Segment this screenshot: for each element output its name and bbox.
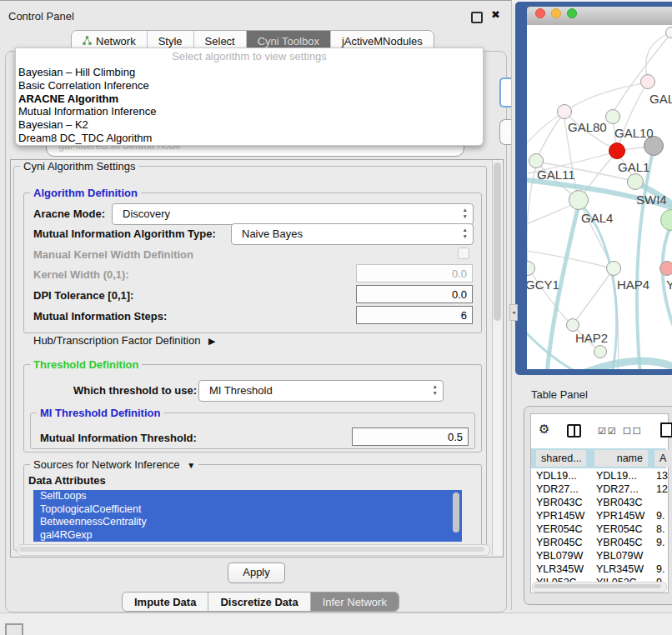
page-icon[interactable] [660,422,672,438]
table-row[interactable]: YLR345WYLR345W9. [531,563,666,577]
graph-node-hap2-node[interactable] [566,318,579,332]
dpi-tolerance-field[interactable]: 0.0 [356,285,473,303]
settings-hscrollbar-thumb[interactable] [19,547,484,552]
data-attributes-list[interactable]: SelfLoopsTopologicalCoefficientBetweenne… [33,490,462,542]
graph-node-label: Y [666,278,672,292]
graph-node-label: HAP2 [575,331,608,345]
column-header-shared[interactable]: shared... [536,450,586,467]
column-header-a[interactable]: A [654,450,672,467]
zoom-traffic-light-icon[interactable] [567,8,577,18]
dropdown-prompt: Select algorithm to view settings [16,50,483,62]
collapse-down-icon[interactable] [187,458,195,471]
table-hscrollbar-thumb[interactable] [534,584,661,588]
float-window-icon[interactable] [471,12,483,23]
apply-button[interactable]: Apply [228,562,285,583]
table-row[interactable]: YDR27...YDR27...12 [531,483,666,497]
unchecks-icon[interactable]: ☐☐ [623,426,643,437]
bottom-tab-impute-data[interactable]: Impute Data [123,592,208,611]
network-window-titlebar[interactable] [527,7,672,26]
close-traffic-light-icon[interactable] [535,8,545,18]
graph-node-hap4-node[interactable] [606,261,621,276]
table-row[interactable]: YBR045CYBR045C9. [531,537,666,550]
attribute-item-topologicalcoefficient[interactable]: TopologicalCoefficient [33,503,462,517]
sources-group-title[interactable]: Sources for Network Inference [30,458,198,471]
table-cell[interactable]: YBR045C [596,537,643,548]
graph-node-gal11-node[interactable] [529,153,544,168]
application-root: Control Panel ✖ NetworkStyleSelectCyni T… [0,0,672,635]
table-cell[interactable]: YBR045C [536,537,583,548]
panel-divider-grip[interactable]: ◂ [509,304,518,321]
minimize-traffic-light-icon[interactable] [551,8,561,18]
gear-icon[interactable]: ⚙ [539,422,549,437]
table-cell[interactable]: 9. [656,537,664,548]
table-cell[interactable]: YBL079W [536,550,583,562]
hidden-panel-icon[interactable] [5,623,23,635]
dropdown-item-bayesian-k2[interactable]: Bayesian – K2 [16,118,483,132]
dropdown-item-mutual-information-inference[interactable]: Mutual Information Inference [16,105,483,118]
table-cell[interactable]: YLR345W [596,563,644,575]
bottom-tab-discretize-data[interactable]: Discretize Data [208,592,309,611]
dropdown-item-basic-correlation-inference[interactable]: Basic Correlation Inference [16,79,483,92]
graph-node-swi4-node[interactable] [627,173,644,190]
attributes-scrollbar-thumb[interactable] [453,492,459,532]
network-canvas[interactable]: GALGAL80GAL10GAL1GAL11SWI4GAL4GCY1HAP4YH… [527,25,672,369]
table-cell[interactable]: YPR145W [596,510,644,522]
table-cell[interactable]: YBL079W [596,550,643,562]
table-cell[interactable]: 12 [656,483,668,495]
dropdown-item-aracne-algorithm[interactable]: ARACNE Algorithm [16,92,483,106]
table-cell[interactable]: YDR27... [596,483,639,495]
table-cell[interactable]: 9. [656,563,664,575]
bottom-tab-infer-network[interactable]: Infer Network [310,592,399,611]
table-row[interactable]: YDL19...YDL19...13 [531,470,666,483]
table-cell[interactable]: YBR043C [596,497,643,508]
hub-definition-toggle[interactable]: Hub/Transcription Factor Definition [33,334,215,347]
table-row[interactable]: YER054CYER054C8. [531,523,666,537]
table-row[interactable]: YBL079WYBL079W [531,550,666,563]
table-body: YDL19...YDL19...13YDR27...YDR27...12YBR0… [531,470,666,592]
dropdown-item-dream8-dc-tdc-algorithm[interactable]: Dream8 DC_TDC Algorithm [16,132,483,145]
table-row[interactable]: YBR043CYBR043C [531,497,666,510]
aracne-mode-label: Aracne Mode: [33,208,105,220]
dropdown-item-bayesian-hill-climbing[interactable]: Bayesian – Hill Climbing [16,66,483,79]
attribute-item-gal4rgexp[interactable]: gal4RGexp [33,529,462,542]
which-threshold-select[interactable]: MI Threshold ▲▼ [198,380,444,402]
table-cell[interactable]: 9. [656,510,664,522]
mi-threshold-field[interactable]: 0.5 [352,428,469,446]
settings-vscrollbar-thumb[interactable] [494,162,501,321]
close-icon[interactable]: ✖ [491,8,500,21]
graph-node-bottom-node[interactable] [594,345,607,358]
collapse-right-icon[interactable] [208,334,215,347]
graph-node-salmon-node[interactable] [659,261,672,276]
graph-node-pink-upper[interactable] [640,74,655,89]
table-cell[interactable]: YDL19... [536,470,577,482]
settings-hscrollbar[interactable] [17,544,490,556]
table-row[interactable]: YPR145WYPR145W9. [531,510,666,523]
table-cell[interactable]: YBR043C [536,497,583,508]
graph-node-gal80-node[interactable] [557,104,572,119]
graph-node-red-node[interactable] [609,142,625,159]
hub-definition-label: Hub/Transcription Factor Definition [33,334,200,347]
table-cell[interactable]: YDR27... [536,483,579,495]
table-cell[interactable]: YER054C [596,523,643,535]
table-cell[interactable]: 13 [656,470,668,482]
manual-kernel-checkbox[interactable] [458,248,469,259]
table-cell[interactable]: YLR345W [536,563,584,575]
attribute-item-selfloops[interactable]: SelfLoops [33,490,462,503]
checks-icon[interactable]: ☑☑ [598,426,618,437]
aracne-mode-select[interactable]: Discovery ▲▼ [112,203,474,225]
table-cell[interactable]: YDL19... [596,470,637,482]
table-cell[interactable]: YPR145W [536,510,584,522]
table-cell[interactable]: 8. [656,523,664,535]
column-header-name[interactable]: name [594,450,648,467]
mi-type-select[interactable]: Naive Bayes ▲▼ [231,223,474,245]
tab-label: Style [158,35,183,48]
table-hscrollbar[interactable] [532,582,667,592]
cols-icon[interactable] [567,424,581,438]
graph-node-label: GAL10 [614,126,654,140]
attribute-item-betweennesscentrality[interactable]: BetweennessCentrality [33,516,462,529]
table-cell[interactable]: YER054C [536,523,583,535]
mi-steps-field[interactable]: 6 [356,306,473,324]
graph-node-gal4-node[interactable] [569,190,589,210]
graph-node-gal10-node[interactable] [605,109,620,124]
graph-node-partial-top[interactable] [665,27,672,38]
